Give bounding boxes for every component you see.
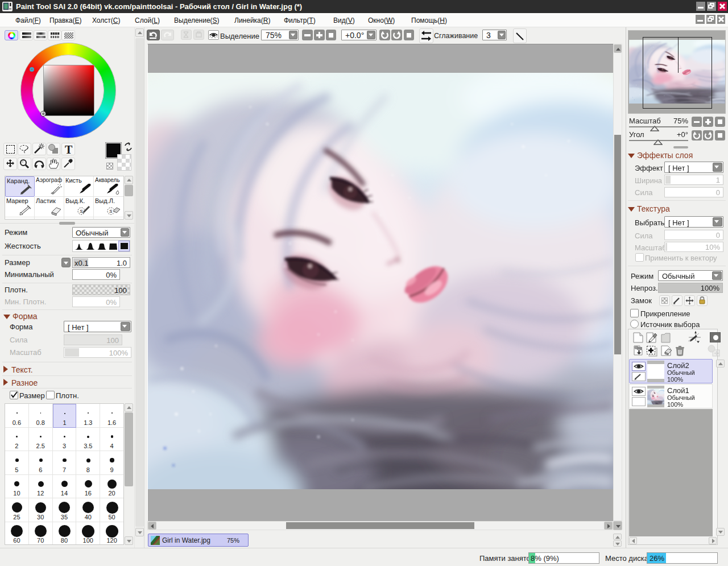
svg-text:S: S: [109, 209, 113, 214]
svg-text:S: S: [80, 209, 83, 214]
